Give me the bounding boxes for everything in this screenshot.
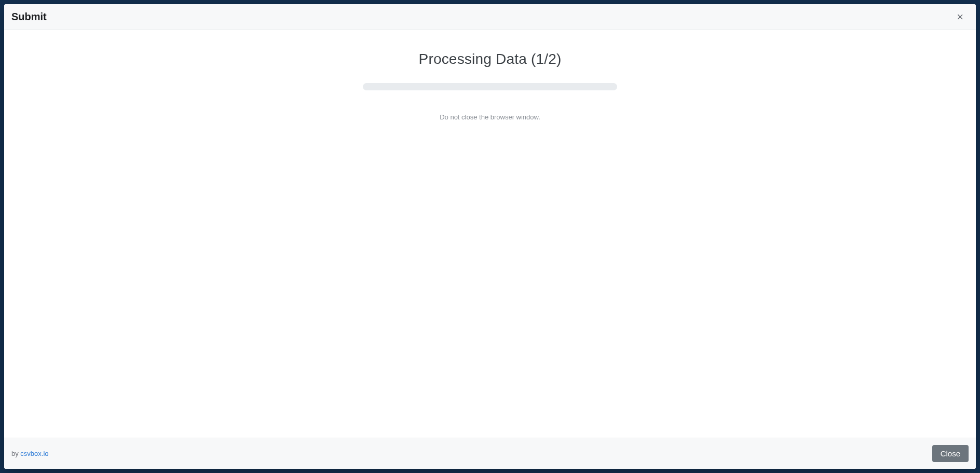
processing-area: Processing Data (1/2) Do not close the b… xyxy=(4,51,976,121)
close-icon[interactable]: × xyxy=(951,8,969,26)
modal-header: Submit × xyxy=(4,4,976,30)
progress-bar xyxy=(363,83,617,90)
footer-link[interactable]: csvbox.io xyxy=(20,450,48,457)
footer-credit: by csvbox.io xyxy=(11,450,49,457)
close-button[interactable]: Close xyxy=(932,445,969,462)
footer-by: by xyxy=(11,450,20,457)
submit-modal: Submit × Processing Data (1/2) Do not cl… xyxy=(4,4,976,469)
processing-hint: Do not close the browser window. xyxy=(440,113,540,121)
modal-footer: by csvbox.io Close xyxy=(4,438,976,469)
modal-body: Processing Data (1/2) Do not close the b… xyxy=(4,30,976,438)
modal-title: Submit xyxy=(11,11,47,23)
processing-title: Processing Data (1/2) xyxy=(419,51,562,67)
